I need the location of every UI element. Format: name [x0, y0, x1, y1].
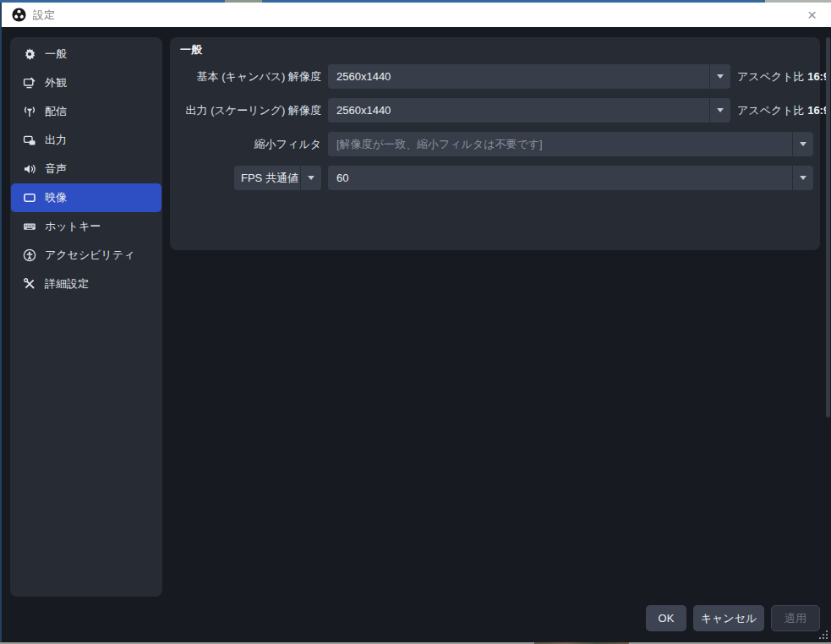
video-icon	[22, 191, 36, 205]
obs-logo-icon	[12, 8, 26, 22]
fps-value: 60	[328, 172, 792, 184]
chevron-down-icon	[792, 166, 813, 190]
vertical-scrollbar[interactable]	[826, 37, 830, 418]
sidebar-item-label: 出力	[45, 133, 67, 148]
sidebar-item-general[interactable]: 一般	[11, 40, 161, 68]
sidebar-item-video[interactable]: 映像	[11, 183, 161, 212]
sidebar-item-stream[interactable]: 配信	[11, 97, 161, 126]
close-icon[interactable]: ×	[803, 7, 821, 23]
output-resolution-row: 出力 (スケーリング) 解像度 2560x1440 アスペクト比 16:9	[170, 98, 829, 123]
sidebar-item-label: 映像	[45, 190, 67, 205]
panel-heading: 一般	[180, 42, 202, 57]
sidebar-item-audio[interactable]: 音声	[11, 155, 161, 183]
base-resolution-row: 基本 (キャンバス) 解像度 2560x1440 アスペクト比 16:9	[170, 64, 829, 89]
chevron-down-icon	[709, 64, 730, 89]
base-resolution-select[interactable]: 2560x1440	[328, 64, 730, 89]
sidebar-item-accessibility[interactable]: アクセシビリティ	[11, 241, 161, 270]
gear-icon	[22, 47, 36, 62]
sidebar-item-output[interactable]: 出力	[11, 126, 161, 155]
downscale-filter-row: 縮小フィルタ [解像度が一致、縮小フィルタは不要です]	[170, 132, 813, 156]
sidebar-item-label: アクセシビリティ	[45, 248, 134, 263]
base-resolution-label: 基本 (キャンバス) 解像度	[170, 69, 321, 85]
fps-mode-value: FPS 共通値	[234, 171, 300, 186]
sidebar-item-label: 詳細設定	[45, 276, 89, 292]
ok-button[interactable]: OK	[646, 605, 686, 631]
video-settings-panel: 一般 基本 (キャンバス) 解像度 2560x1440 アスペクト比 16:9 …	[170, 37, 820, 250]
window-title: 設定	[33, 8, 55, 23]
accessibility-icon	[22, 248, 36, 263]
aspect-ratio-readout: アスペクト比 16:9	[737, 69, 829, 85]
appearance-icon	[22, 76, 36, 90]
apply-button[interactable]: 適用	[771, 605, 820, 631]
chevron-down-icon	[709, 98, 730, 123]
sidebar-item-label: 外観	[45, 75, 67, 90]
sidebar-item-label: ホットキー	[45, 219, 101, 234]
sidebar-item-appearance[interactable]: 外観	[11, 68, 161, 97]
downscale-filter-label: 縮小フィルタ	[170, 137, 321, 152]
downscale-filter-value: [解像度が一致、縮小フィルタは不要です]	[328, 137, 792, 152]
downscale-filter-select[interactable]: [解像度が一致、縮小フィルタは不要です]	[328, 132, 813, 156]
chevron-down-icon	[792, 132, 813, 156]
fps-value-select[interactable]: 60	[328, 166, 813, 190]
fps-row: FPS 共通値 60	[170, 166, 813, 190]
output-resolution-value: 2560x1440	[328, 104, 709, 117]
output-resolution-label: 出力 (スケーリング) 解像度	[170, 103, 321, 118]
aspect-ratio-readout: アスペクト比 16:9	[737, 103, 829, 118]
chevron-down-icon	[300, 166, 321, 190]
fps-mode-select[interactable]: FPS 共通値	[234, 166, 321, 190]
resize-grip[interactable]	[826, 637, 828, 639]
output-icon	[22, 134, 36, 148]
sidebar-item-label: 配信	[45, 104, 67, 119]
sidebar-item-hotkeys[interactable]: ホットキー	[11, 212, 161, 241]
audio-icon	[22, 162, 36, 177]
keyboard-icon	[22, 220, 36, 234]
aspect-ratio-label: アスペクト比	[737, 104, 805, 117]
base-resolution-value: 2560x1440	[328, 70, 709, 83]
aspect-ratio-label: アスペクト比	[737, 70, 805, 83]
sidebar-item-label: 一般	[45, 46, 67, 62]
sidebar-item-advanced[interactable]: 詳細設定	[11, 270, 161, 298]
settings-sidebar: 一般 外観 配信	[10, 37, 162, 597]
titlebar: 設定 ×	[2, 3, 831, 27]
broadcast-icon	[22, 105, 36, 119]
sidebar-item-label: 音声	[45, 161, 67, 177]
tools-icon	[22, 277, 36, 292]
cancel-button[interactable]: キャンセル	[693, 605, 764, 631]
settings-dialog-body: 一般 外観 配信	[2, 27, 831, 642]
output-resolution-select[interactable]: 2560x1440	[328, 98, 730, 123]
